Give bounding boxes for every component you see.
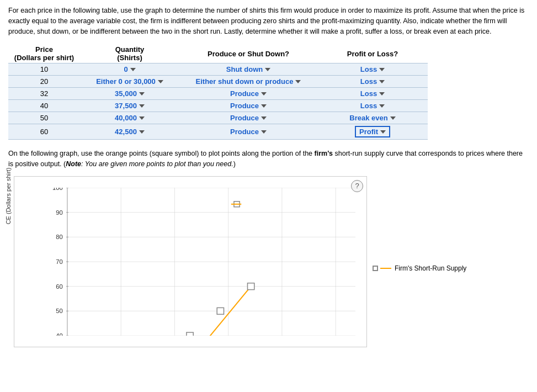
profit-arrow-icon[interactable] [379, 104, 385, 108]
legend-line-icon [380, 268, 391, 269]
col-header-produce: Produce or Shut Down? [179, 44, 317, 63]
main-table: Price (Dollars per shirt) Quantity (Shir… [8, 44, 428, 140]
cell-produce: Either shut down or produce [179, 76, 317, 88]
quantity-arrow-icon[interactable] [139, 116, 145, 120]
svg-text:100: 100 [52, 188, 63, 191]
table-row: 20Either 0 or 30,000 Either shut down or… [8, 76, 428, 88]
cell-price: 40 [8, 100, 80, 112]
cell-produce: Shut down [179, 63, 317, 76]
produce-arrow-icon[interactable] [265, 68, 270, 71]
quantity-dropdown[interactable]: 35,000 [115, 89, 145, 98]
profit-arrow-icon[interactable] [380, 130, 386, 134]
graph-intro: On the following graph, use the orange p… [8, 149, 529, 169]
cell-price: 60 [8, 124, 80, 140]
produce-arrow-icon[interactable] [261, 116, 267, 120]
quantity-dropdown[interactable]: 0 [124, 65, 135, 73]
produce-arrow-icon[interactable] [261, 130, 267, 134]
svg-text:60: 60 [56, 283, 63, 290]
cell-profit-loss: Break even [317, 112, 428, 124]
table-row: 3235,000 Produce Loss [8, 88, 428, 100]
profit-arrow-icon[interactable] [379, 68, 385, 71]
quantity-arrow-icon[interactable] [158, 80, 163, 83]
svg-rect-30 [247, 283, 254, 289]
graph-legend: Firm's Short-Run Supply [373, 264, 466, 274]
produce-arrow-icon[interactable] [261, 92, 267, 96]
produce-dropdown[interactable]: Produce [230, 114, 267, 122]
quantity-arrow-icon[interactable] [139, 92, 145, 96]
cell-price: 10 [8, 63, 80, 76]
produce-arrow-icon[interactable] [295, 80, 301, 83]
legend-supply: Firm's Short-Run Supply [373, 264, 466, 272]
cell-profit-loss: Loss [317, 88, 428, 100]
col-header-quantity: Quantity (Shirts) [80, 44, 179, 63]
profit-dropdown[interactable]: Break even [349, 114, 395, 122]
quantity-dropdown[interactable]: 40,000 [115, 114, 145, 122]
svg-rect-29 [217, 308, 224, 314]
produce-dropdown[interactable]: Produce [230, 102, 267, 110]
cell-quantity: 37,500 [80, 100, 179, 112]
svg-rect-28 [187, 332, 193, 336]
profit-dropdown[interactable]: Loss [360, 65, 385, 73]
table-row: 4037,500 Produce Loss [8, 100, 428, 112]
table-row: 100 Shut down Loss [8, 63, 428, 76]
col-header-profit: Profit or Loss? [317, 44, 428, 63]
cell-price: 32 [8, 88, 80, 100]
profit-dropdown[interactable]: Loss [360, 89, 385, 98]
svg-text:80: 80 [56, 234, 63, 240]
graph-svg: 100 90 80 70 60 50 40 [45, 188, 355, 336]
produce-dropdown[interactable]: Shut down [226, 65, 270, 73]
cell-quantity: 40,000 [80, 112, 179, 124]
svg-text:70: 70 [56, 258, 63, 265]
quantity-dropdown[interactable]: 37,500 [115, 102, 145, 110]
produce-arrow-icon[interactable] [261, 104, 267, 108]
cell-profit-loss: Profit [317, 124, 428, 140]
profit-arrow-icon[interactable] [390, 116, 396, 120]
graph-plot-area: 100 90 80 70 60 50 40 [45, 188, 355, 336]
cell-price: 20 [8, 76, 80, 88]
quantity-dropdown[interactable]: Either 0 or 30,000 [96, 77, 163, 86]
quantity-arrow-icon[interactable] [139, 130, 145, 134]
profit-dropdown[interactable]: Loss [360, 102, 385, 110]
cell-profit-loss: Loss [317, 63, 428, 76]
cell-produce: Produce [179, 100, 317, 112]
produce-dropdown[interactable]: Produce [230, 128, 267, 136]
profit-highlighted-box[interactable]: Profit [355, 126, 390, 137]
intro-text: For each price in the following table, u… [8, 6, 529, 36]
cell-quantity: Either 0 or 30,000 [80, 76, 179, 88]
svg-text:40: 40 [56, 332, 63, 336]
profit-arrow-icon[interactable] [379, 80, 385, 83]
svg-text:90: 90 [56, 209, 63, 216]
cell-profit-loss: Loss [317, 76, 428, 88]
table-row: 5040,000 Produce Break even [8, 112, 428, 124]
profit-arrow-icon[interactable] [379, 92, 385, 96]
cell-profit-loss: Loss [317, 100, 428, 112]
quantity-arrow-icon[interactable] [139, 104, 145, 108]
produce-dropdown[interactable]: Produce [230, 89, 267, 98]
legend-square-icon [373, 266, 378, 271]
cell-produce: Produce [179, 88, 317, 100]
legend-label: Firm's Short-Run Supply [395, 264, 466, 272]
cell-price: 50 [8, 112, 80, 124]
quantity-dropdown[interactable]: 42,500 [115, 128, 145, 136]
cell-produce: Produce [179, 112, 317, 124]
col-header-price: Price (Dollars per shirt) [8, 44, 80, 63]
quantity-arrow-icon[interactable] [130, 68, 136, 71]
graph-container: ? [14, 176, 367, 347]
produce-dropdown[interactable]: Either shut down or produce [196, 77, 301, 86]
profit-dropdown[interactable]: Loss [360, 77, 385, 86]
table-row: 6042,500 Produce Profit [8, 124, 428, 140]
svg-text:50: 50 [56, 308, 63, 314]
cell-produce: Produce [179, 124, 317, 140]
cell-quantity: 0 [80, 63, 179, 76]
cell-quantity: 35,000 [80, 88, 179, 100]
cell-quantity: 42,500 [80, 124, 179, 140]
